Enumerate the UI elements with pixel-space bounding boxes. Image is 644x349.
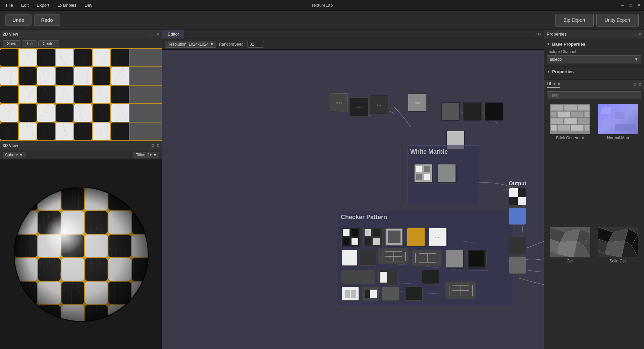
node-5[interactable] <box>441 102 460 121</box>
tiling-selector[interactable]: Tiling: 1x ▼ <box>133 152 159 158</box>
lib-icon-2[interactable]: ⊠ <box>638 82 641 87</box>
main-area: 2D View ⊡ ⊠ Save Tile Center 3D View <box>0 30 644 349</box>
cp-node-14[interactable] <box>422 270 439 284</box>
collapse-triangle[interactable]: ▼ <box>547 42 550 46</box>
svg-rect-55 <box>422 270 439 284</box>
redo-button[interactable]: Redo <box>34 14 60 26</box>
svg-rect-54 <box>380 272 387 283</box>
normal-thumb <box>598 104 638 134</box>
node-7[interactable] <box>484 102 504 121</box>
wm-node-2[interactable] <box>438 164 457 184</box>
filter-input[interactable] <box>547 91 641 99</box>
cp-node-1[interactable] <box>341 228 361 247</box>
shape-selector[interactable]: Sphere ▼ <box>3 152 25 158</box>
view-2d-icons: ⊡ ⊠ <box>151 32 159 36</box>
props-collapse-triangle[interactable]: ▼ <box>547 70 550 73</box>
view-3d-icon-2[interactable]: ⊠ <box>156 143 159 148</box>
wm-node-1[interactable] <box>414 164 434 184</box>
view-3d-icon-1[interactable]: ⊡ <box>151 143 154 148</box>
output-node-dark[interactable] <box>509 237 526 254</box>
menu-file[interactable]: File <box>3 1 16 9</box>
prop-icon-2[interactable]: ⊠ <box>638 32 641 36</box>
zip-export-button[interactable]: Zip Export <box>555 14 594 27</box>
svg-text:noise: noise <box>356 106 362 109</box>
node-4[interactable]: noise <box>407 93 427 112</box>
output-node-gray[interactable] <box>509 256 526 274</box>
library-item-cell[interactable]: Cell <box>547 226 593 348</box>
svg-rect-10 <box>485 103 503 120</box>
editor-tab[interactable]: Editor <box>162 30 185 39</box>
svg-rect-9 <box>464 103 481 120</box>
cp-node-18[interactable] <box>405 287 423 301</box>
view-3d-title: 3D View <box>3 143 18 148</box>
library-item-solid-cell[interactable]: Solid Cell <box>595 226 641 348</box>
node-1[interactable]: noise <box>329 93 348 112</box>
brick-label: Brick Generator <box>556 136 584 140</box>
cp-node-17[interactable] <box>382 287 399 301</box>
center-button[interactable]: Center <box>38 40 59 47</box>
svg-rect-72 <box>518 188 526 197</box>
properties-header: Properties ⊡ ⊠ <box>544 30 644 39</box>
node-6[interactable] <box>463 102 482 121</box>
unity-export-button[interactable]: Unity Export <box>596 14 639 27</box>
node-2[interactable]: noise <box>349 97 369 117</box>
view-2d-icon-2[interactable]: ⊠ <box>156 32 159 36</box>
cp-node-19[interactable] <box>445 282 476 299</box>
lib-icon-1[interactable]: ⊡ <box>633 82 636 87</box>
close-button[interactable]: ✕ <box>636 3 641 8</box>
cp-node-13[interactable] <box>378 270 398 284</box>
node-graph[interactable]: noise noise blend noise <box>162 50 544 349</box>
cp-node-12[interactable] <box>341 270 375 284</box>
svg-rect-24 <box>365 229 371 236</box>
save-button[interactable]: Save <box>3 40 20 47</box>
editor-canvas[interactable]: noise noise blend noise <box>162 50 544 349</box>
cp-node-16[interactable] <box>362 287 379 301</box>
svg-rect-51 <box>469 251 484 266</box>
texture-channel-select[interactable]: albedo ▼ <box>547 55 641 63</box>
svg-rect-34 <box>360 250 376 266</box>
menu-export[interactable]: Export <box>33 1 53 9</box>
library-header: Library ⊡ ⊠ <box>544 80 644 89</box>
view-2d-panel: 2D View ⊡ ⊠ Save Tile Center <box>0 30 162 141</box>
svg-rect-28 <box>385 228 403 246</box>
prop-icon-1[interactable]: ⊡ <box>633 32 636 36</box>
cp-node-7[interactable] <box>360 250 376 266</box>
base-properties-header: ▼ Base Properties <box>547 42 641 47</box>
cp-node-3[interactable] <box>385 228 405 247</box>
node-3[interactable]: blend <box>369 95 389 114</box>
svg-rect-33 <box>342 250 358 266</box>
cp-node-4[interactable] <box>407 228 426 247</box>
cp-node-5[interactable]: map <box>429 228 448 247</box>
cell-thumb <box>550 227 590 257</box>
editor-icon-2[interactable]: ⊠ <box>538 32 541 36</box>
maximize-button[interactable]: □ <box>628 3 633 8</box>
undo-button[interactable]: Undo <box>5 14 32 26</box>
cp-node-11[interactable] <box>467 250 487 269</box>
seed-input[interactable] <box>247 41 264 48</box>
brick-thumb <box>550 104 590 134</box>
output-node-blue[interactable] <box>509 207 526 225</box>
tile-button[interactable]: Tile <box>22 40 37 47</box>
resolution-selector[interactable]: Resolution: 1024x1024 ▼ <box>165 41 216 48</box>
svg-rect-27 <box>373 238 380 245</box>
library-item-normal[interactable]: Normal Map <box>595 103 641 225</box>
svg-rect-75 <box>509 208 526 225</box>
cp-node-6[interactable] <box>341 250 358 266</box>
editor-icon-1[interactable]: ⊡ <box>534 32 537 36</box>
library-item-brick[interactable]: Brick Generator <box>547 103 593 225</box>
cp-node-10[interactable] <box>445 250 465 269</box>
menu-edit[interactable]: Edit <box>18 1 32 9</box>
cell-label: Cell <box>567 259 574 263</box>
cp-node-2[interactable] <box>363 228 383 247</box>
cp-node-15[interactable] <box>341 287 359 301</box>
cp-node-8[interactable] <box>378 248 409 264</box>
output-section: Output <box>509 181 526 274</box>
menu-examples[interactable]: Examples <box>54 1 80 9</box>
cp-node-9[interactable] <box>412 250 442 266</box>
view-2d-icon-1[interactable]: ⊡ <box>151 32 154 36</box>
library-tab[interactable]: Library <box>547 81 560 88</box>
svg-rect-79 <box>551 105 564 111</box>
minimize-button[interactable]: ─ <box>620 3 625 8</box>
output-node-checker[interactable] <box>509 188 526 205</box>
menu-dev[interactable]: Dev <box>81 1 96 9</box>
